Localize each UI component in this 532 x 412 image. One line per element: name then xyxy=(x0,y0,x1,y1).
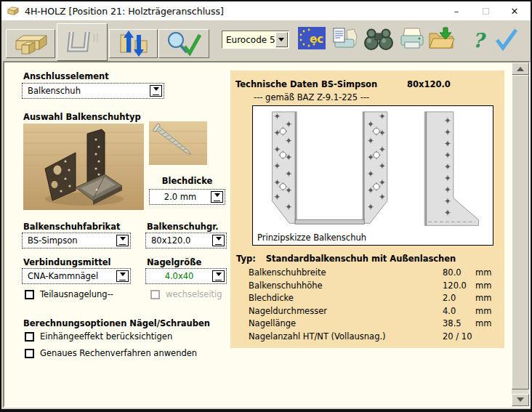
svg-text:ec: ec xyxy=(310,33,323,46)
eurocode-value: Eurocode 5 xyxy=(222,35,275,45)
app-icon xyxy=(7,5,20,17)
verbindung-value: CNA-Kammnägel xyxy=(23,271,116,281)
dropdown-arrow-icon[interactable] xyxy=(212,235,225,246)
blechdicke-select[interactable]: 2.0 mm xyxy=(149,189,225,205)
einhaengeeffekt-label: Einhängeeffekt berücksichtigen xyxy=(40,331,172,342)
table-row: Balkenschuhbreite 80.0 mm xyxy=(249,267,497,280)
checkmark-icon xyxy=(495,28,518,51)
minimize-button[interactable]: – xyxy=(442,1,471,20)
beam-connection-button[interactable] xyxy=(6,29,55,58)
fabrikat-select[interactable]: BS-Simpson xyxy=(22,233,131,249)
maximize-icon xyxy=(483,8,489,15)
technische-daten-panel: Technische Daten BS-Simpson 80x120.0 ---… xyxy=(230,70,504,348)
up-down-arrows-icon xyxy=(116,29,151,58)
dropdown-arrow-icon[interactable] xyxy=(116,270,129,282)
nail-photo xyxy=(149,121,207,165)
svg-text:II: II xyxy=(92,31,99,45)
print-list-button[interactable] xyxy=(331,26,358,51)
checkbox-genaues-rechenverfahren[interactable] xyxy=(25,349,34,358)
typ-line: Typ:Standardbalkenschuh mit Außenlaschen xyxy=(236,254,456,264)
ec-flag-icon: ec xyxy=(298,27,326,49)
sketch-caption: Prinzipskizze Balkenschuh xyxy=(257,233,366,243)
typ-value: Standardbalkenschuh mit Außenlaschen xyxy=(266,254,456,264)
checkbox-einhaengeeffekt[interactable] xyxy=(25,332,34,342)
auswahl-label: Auswahl Balkenschuhtyp xyxy=(23,112,141,122)
row-label: Blechdicke xyxy=(249,292,443,305)
balkenschuh-sketch-drawing xyxy=(253,106,493,245)
member-forces-button[interactable] xyxy=(109,29,158,58)
groesse-select[interactable]: 80x120.0 xyxy=(145,233,227,249)
document-printer-icon xyxy=(331,26,358,51)
tech-daten-groesse: 80x120.0 xyxy=(407,79,451,89)
nagel-value: 4.0x40 xyxy=(146,271,212,281)
help-button[interactable]: ? xyxy=(470,25,486,55)
groesse-label: Balkenschuhgr. xyxy=(147,222,219,232)
row-unit: mm xyxy=(475,267,497,280)
scroll-down-button[interactable] xyxy=(512,394,529,406)
print-button[interactable] xyxy=(398,26,426,51)
tech-daten-fabrikat: BS-Simpson xyxy=(321,79,377,89)
technical-data-table: Balkenschuhbreite 80.0 mm Balkenschuhhöh… xyxy=(249,267,497,343)
scroll-thumb[interactable] xyxy=(512,75,529,389)
magnifier-check-icon xyxy=(165,31,203,57)
baz-approval-label: --- gemäß BAZ Z-9.1-225 --- xyxy=(254,92,369,102)
save-to-folder-button[interactable] xyxy=(427,26,455,51)
dropdown-arrow-icon[interactable] xyxy=(275,32,288,47)
joist-hanger-icon: II xyxy=(62,28,102,57)
row-value: 80.0 xyxy=(443,267,475,280)
row-unit: mm xyxy=(475,318,497,331)
check-results-button[interactable] xyxy=(158,29,209,58)
row-unit: mm xyxy=(475,305,497,318)
search-view-button[interactable] xyxy=(362,26,395,51)
arrow-down-icon xyxy=(517,397,524,405)
verbindung-select[interactable]: CNA-Kammnägel xyxy=(22,268,131,284)
row-value: 2.0 xyxy=(443,292,475,305)
close-button[interactable]: ✕ xyxy=(500,1,529,20)
dropdown-arrow-icon[interactable] xyxy=(211,191,223,203)
anschlusselement-value: Balkenschuh xyxy=(23,86,150,96)
wechselseitig-label: wechselseitig xyxy=(166,289,222,299)
fabrikat-label: Balkenschuhfabrikat xyxy=(23,222,121,232)
eurocode-mode-button[interactable]: ec xyxy=(298,27,326,49)
table-row: Nagellänge 38.5 mm xyxy=(249,318,497,331)
tech-daten-title: Technische Daten xyxy=(235,79,318,89)
blechdicke-label: Blechdicke xyxy=(149,176,225,186)
teilausnagelung-label: Teilausnagelung-- xyxy=(40,289,113,299)
arrow-up-icon xyxy=(517,63,524,71)
joist-hanger-button[interactable]: II xyxy=(57,23,108,61)
anschlusselement-select[interactable]: Balkenschuh xyxy=(22,83,164,99)
vertical-scrollbar[interactable] xyxy=(512,62,529,406)
balkenschuh-photo[interactable] xyxy=(23,124,144,210)
row-value: 20 / 10 xyxy=(443,331,475,344)
dropdown-arrow-icon[interactable] xyxy=(150,85,162,97)
typ-label: Typ: xyxy=(236,254,256,264)
eurocode-select[interactable]: Eurocode 5 xyxy=(222,31,289,49)
row-unit xyxy=(475,331,497,344)
row-label: Nageldurchmesser xyxy=(249,305,443,318)
maximize-button xyxy=(471,1,500,20)
beam-icon xyxy=(12,32,49,55)
row-label: Nagelanzahl HT/NT (Vollausnag.) xyxy=(249,331,443,344)
app-window: 4H-HOLZ [Position 21: Holzträgeranschlus… xyxy=(0,0,532,412)
confirm-button[interactable] xyxy=(494,26,519,52)
nagel-select[interactable]: 4.0x40 xyxy=(145,268,227,284)
verbindung-label: Verbindungsmittel xyxy=(23,257,110,267)
nagel-label: Nagelgröße xyxy=(147,257,201,267)
prinzipskizze: Prinzipskizze Balkenschuh xyxy=(252,105,493,246)
row-value: 38.5 xyxy=(443,318,475,331)
table-row: Blechdicke 2.0 mm xyxy=(249,292,497,305)
printer-icon xyxy=(398,26,426,51)
row-unit: mm xyxy=(475,280,497,293)
dropdown-arrow-icon[interactable] xyxy=(212,270,225,282)
scroll-up-button[interactable] xyxy=(512,62,529,75)
dropdown-arrow-icon[interactable] xyxy=(116,235,129,246)
row-value: 120.0 xyxy=(443,280,475,293)
berechnungsoptionen-label: Berechnungsoptionen Nägel/Schrauben xyxy=(23,318,210,328)
row-label: Balkenschuhhöhe xyxy=(249,280,443,293)
toolbar: II Eurocode 5 xyxy=(1,20,531,62)
table-row: Balkenschuhhöhe 120.0 mm xyxy=(249,280,497,293)
question-mark-icon: ? xyxy=(472,29,484,52)
table-row: Nagelanzahl HT/NT (Vollausnag.) 20 / 10 xyxy=(249,331,497,344)
checkbox-teilausnagelung[interactable] xyxy=(25,290,34,299)
folder-download-icon xyxy=(427,26,455,51)
